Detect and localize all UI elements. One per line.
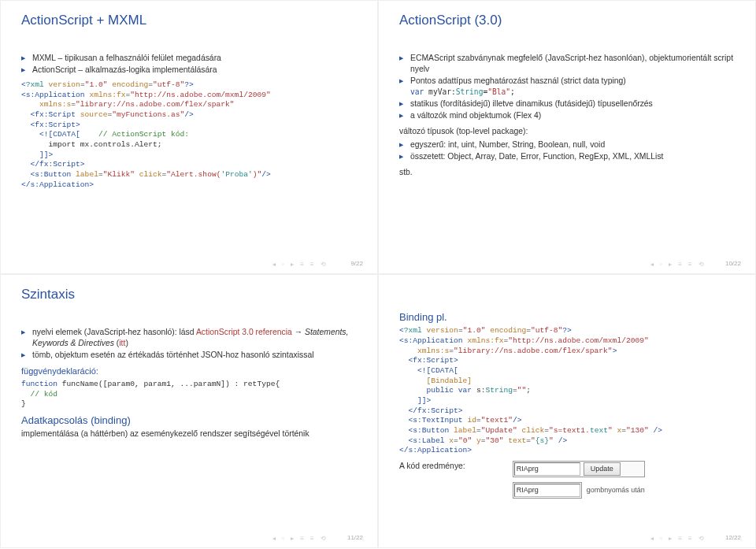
bullet-item: Pontos adattípus meghatározást használ (… (399, 76, 735, 98)
bullet-list: nyelvi elemek (JavaScript-hez hasonló): … (21, 327, 357, 361)
page-number: 11/22 (347, 534, 363, 543)
bullet-item: egyszerű: int, uint, Number, String, Boo… (399, 139, 735, 150)
slide-body: MXML – tipikusan a felhasználói felület … (21, 52, 357, 258)
tail-text: stb. (399, 167, 735, 178)
result-row: A kód eredménye: RIAprg Update RIAprg go… (399, 461, 735, 499)
preview-input: RIAprg (514, 462, 580, 476)
code-block: <?xml version="1.0" encoding="utf-8"?> <… (21, 80, 357, 190)
subheading: Adatkapcsolás (binding) (21, 414, 357, 428)
slide-body: ECMAScript szabványnak megfelelő (JavaSc… (399, 52, 735, 258)
nav-icons: ◂ ▫ ▸ ≡ ≡ ⟲ (272, 261, 328, 269)
bullet-item: összetett: Object, Array, Date, Error, F… (399, 151, 735, 162)
slide-title: Szintaxis (21, 286, 357, 304)
bullet-text: Pontos adattípus meghatározást használ (… (410, 76, 626, 85)
slide-12: Binding pl. <?xml version="1.0" encoding… (378, 274, 756, 548)
slide-9: ActionScript + MXML MXML – tipikusan a f… (0, 0, 378, 274)
ui-preview-after: RIAprg (513, 482, 582, 499)
slide-title (399, 286, 735, 304)
page-number: 10/22 (725, 260, 741, 269)
subheading: függvénydeklaráció: (21, 365, 357, 377)
bullet-item: MXML – tipikusan a felhasználói felület … (21, 53, 357, 64)
bullet-list: egyszerű: int, uint, Number, String, Boo… (399, 139, 735, 162)
subheading: változó típusok (top-level package): (399, 126, 735, 137)
page-number: 9/22 (350, 260, 363, 269)
bullet-list: ECMAScript szabványnak megfelelő (JavaSc… (399, 53, 735, 121)
bullet-list: MXML – tipikusan a felhasználói felület … (21, 53, 357, 76)
preview-button: Update (584, 462, 621, 475)
nav-icons: ◂ ▫ ▸ ≡ ≡ ⟲ (272, 535, 328, 543)
subheading: Binding pl. (399, 310, 735, 325)
bullet-item: statikus (fordításidejű) illetve dinamik… (399, 98, 735, 109)
slide-body: Binding pl. <?xml version="1.0" encoding… (399, 326, 735, 532)
bullet-item: a változók mind objektumok (Flex 4) (399, 110, 735, 121)
result-label: A kód eredménye: (399, 461, 465, 499)
body-text: implementálása (a háttérben) az eseményk… (21, 428, 357, 440)
slide-title: ActionScript + MXML (21, 12, 357, 30)
code-block: <?xml version="1.0" encoding="utf-8"?> <… (399, 326, 735, 456)
slide-body: nyelvi elemek (JavaScript-hez hasonló): … (21, 326, 357, 532)
bullet-item: ECMAScript szabványnak megfelelő (JavaSc… (399, 53, 735, 75)
slide-title: ActionScript (3.0) (399, 12, 735, 30)
nav-icons: ◂ ▫ ▸ ≡ ≡ ⟲ (650, 261, 706, 269)
bullet-item: nyelvi elemek (JavaScript-hez hasonló): … (21, 327, 357, 349)
caption: gombnyomás után (587, 485, 645, 495)
preview-input: RIAprg (514, 484, 580, 497)
ui-preview-before: RIAprg Update (513, 461, 645, 477)
nav-icons: ◂ ▫ ▸ ≡ ≡ ⟲ (650, 535, 706, 543)
code-block: function funcName([param0, param1, ...pa… (21, 380, 357, 410)
page-number: 12/22 (725, 534, 741, 543)
bullet-item: ActionScript – alkalmazás-logika impleme… (21, 65, 357, 76)
slide-11: Szintaxis nyelvi elemek (JavaScript-hez … (0, 274, 378, 548)
bullet-item: tömb, objektum esetén az értékadás törté… (21, 350, 357, 361)
slide-10: ActionScript (3.0) ECMAScript szabványna… (378, 0, 756, 274)
